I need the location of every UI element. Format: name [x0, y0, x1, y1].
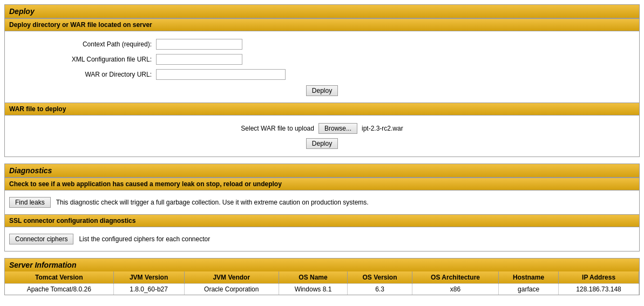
table-cell: Oracle Corporation: [184, 284, 279, 295]
connector-ciphers-body: Connector ciphers List the configured ci…: [5, 227, 639, 251]
server-info-title: Server Information: [5, 259, 639, 271]
war-upload-row: Select WAR file to upload Browse... ipt-…: [5, 123, 639, 134]
col-jvm-version: JVM Version: [113, 271, 184, 284]
col-hostname: Hostname: [498, 271, 558, 284]
find-leaks-text: This diagnostic check will trigger a ful…: [56, 199, 369, 206]
browse-button[interactable]: Browse...: [318, 123, 357, 134]
deploy-section: Deploy Deploy directory or WAR file loca…: [4, 4, 640, 157]
col-tomcat-version: Tomcat Version: [5, 271, 113, 284]
war-dir-input[interactable]: [156, 69, 286, 80]
war-dir-label: WAR or Directory URL:: [5, 71, 156, 78]
xml-config-label: XML Configuration file URL:: [5, 56, 156, 63]
connector-ciphers-row: Connector ciphers List the configured ci…: [9, 232, 635, 247]
table-cell: Windows 8.1: [279, 284, 347, 295]
table-cell: garface: [498, 284, 558, 295]
xml-config-input[interactable]: [156, 54, 242, 65]
war-deploy-button[interactable]: Deploy: [306, 138, 338, 149]
table-row: Apache Tomcat/8.0.261.8.0_60-b27Oracle C…: [5, 284, 639, 295]
war-upload-section: Select WAR file to upload Browse... ipt-…: [5, 115, 639, 157]
connector-ciphers-button[interactable]: Connector ciphers: [9, 234, 73, 244]
context-path-input[interactable]: [156, 39, 242, 50]
find-leaks-row: Find leaks This diagnostic check will tr…: [9, 195, 635, 210]
server-deploy-title: Deploy directory or WAR file located on …: [5, 18, 639, 31]
server-info-table: Tomcat Version JVM Version JVM Vendor OS…: [5, 271, 639, 295]
war-deploy-btn-row: Deploy: [5, 136, 639, 151]
war-upload-label: Select WAR file to upload: [241, 125, 314, 132]
war-dir-row: WAR or Directory URL:: [5, 68, 639, 81]
table-cell: 128.186.73.148: [559, 284, 639, 295]
col-os-arch: OS Architecture: [412, 271, 499, 284]
server-deploy-form: Context Path (required): XML Configurati…: [5, 31, 639, 103]
col-jvm-vendor: JVM Vendor: [184, 271, 279, 284]
context-path-row: Context Path (required):: [5, 38, 639, 51]
connector-ciphers-text: List the configured ciphers for each con…: [79, 235, 210, 243]
col-ip-address: IP Address: [559, 271, 639, 284]
deploy-section-title: Deploy: [5, 5, 639, 18]
war-filename: ipt-2.3-rc2.war: [362, 125, 403, 132]
table-cell: Apache Tomcat/8.0.26: [5, 284, 113, 295]
find-leaks-button[interactable]: Find leaks: [9, 197, 51, 208]
server-info-header-row: Tomcat Version JVM Version JVM Vendor OS…: [5, 271, 639, 284]
deploy-btn-row: Deploy: [5, 83, 639, 98]
find-leaks-body: Find leaks This diagnostic check will tr…: [5, 191, 639, 214]
diagnostics-section: Diagnostics Check to see if a web applic…: [4, 164, 640, 251]
diagnostics-section-title: Diagnostics: [5, 164, 639, 178]
server-info-section: Server Information Tomcat Version JVM Ve…: [4, 258, 640, 295]
memory-leak-title: Check to see if a web application has ca…: [5, 178, 639, 191]
deploy-button[interactable]: Deploy: [306, 85, 338, 96]
war-section-title: WAR file to deploy: [5, 103, 639, 115]
context-path-label: Context Path (required):: [5, 40, 156, 48]
table-cell: 6.3: [347, 284, 412, 295]
col-os-version: OS Version: [347, 271, 412, 284]
table-cell: 1.8.0_60-b27: [113, 284, 184, 295]
xml-config-row: XML Configuration file URL:: [5, 53, 639, 66]
ssl-title: SSL connector configuration diagnostics: [5, 214, 639, 227]
col-os-name: OS Name: [279, 271, 347, 284]
table-cell: x86: [412, 284, 499, 295]
